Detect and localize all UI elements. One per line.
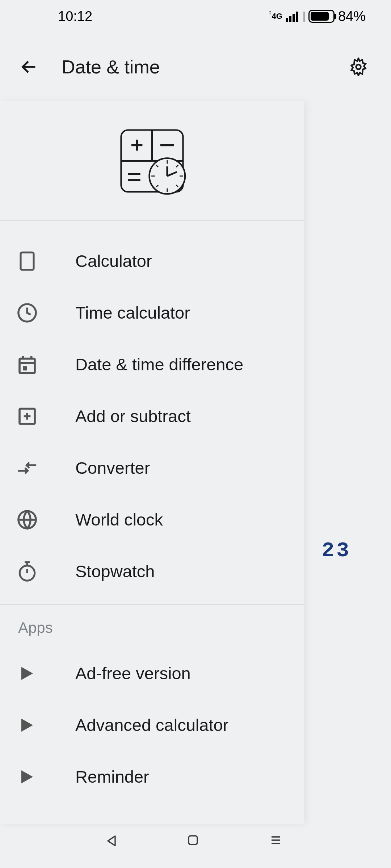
background-value: 23 xyxy=(321,539,351,562)
app-logo-icon xyxy=(118,127,186,195)
drawer-logo xyxy=(0,101,304,221)
settings-button[interactable] xyxy=(348,56,369,78)
drawer-item-label: Time calculator xyxy=(75,303,190,323)
navigation-drawer: Calculator Time calculator xyxy=(0,101,304,824)
apps-section-header: Apps xyxy=(0,605,304,647)
svg-marker-47 xyxy=(108,836,115,846)
drawer-app-adfree[interactable]: Ad-free version xyxy=(0,647,304,699)
nav-recent-button[interactable] xyxy=(269,834,287,852)
status-right: ↕4G 84% xyxy=(269,9,366,24)
battery-indicator: 84% xyxy=(308,9,366,24)
svg-rect-0 xyxy=(286,18,288,22)
drawer-item-label: World clock xyxy=(75,510,163,529)
svg-rect-4 xyxy=(303,12,305,22)
globe-icon xyxy=(17,509,38,530)
svg-point-40 xyxy=(20,565,35,580)
gear-icon xyxy=(349,58,368,76)
plus-box-icon xyxy=(17,406,38,427)
play-triangle-icon xyxy=(17,715,38,736)
drawer-item-label: Date & time difference xyxy=(75,354,243,374)
back-button[interactable] xyxy=(18,56,40,78)
play-triangle-icon xyxy=(17,663,38,684)
drawer-item-label: Converter xyxy=(75,458,150,478)
drawer-item-time-calculator[interactable]: Time calculator xyxy=(0,287,304,339)
svg-rect-32 xyxy=(23,366,27,370)
svg-rect-2 xyxy=(293,14,295,22)
system-navigation-bar xyxy=(0,817,391,868)
swap-arrows-icon xyxy=(17,458,38,478)
signal-icon-secondary xyxy=(302,11,306,22)
page-content: 23 xyxy=(0,101,391,868)
drawer-item-converter[interactable]: Converter xyxy=(0,442,304,494)
arrow-left-icon xyxy=(20,58,38,76)
network-indicator: ↕4G xyxy=(269,12,282,21)
status-bar: 10:12 ↕4G 84% xyxy=(0,0,391,33)
svg-rect-1 xyxy=(289,16,291,22)
battery-percent: 84% xyxy=(338,9,366,24)
svg-rect-48 xyxy=(189,836,197,844)
drawer-item-add-subtract[interactable]: Add or subtract xyxy=(0,390,304,442)
square-home-icon xyxy=(186,834,199,847)
rectangle-portrait-icon xyxy=(17,251,38,272)
drawer-item-label: Add or subtract xyxy=(75,406,191,426)
svg-rect-28 xyxy=(20,358,35,373)
drawer-menu: Calculator Time calculator xyxy=(0,221,304,803)
svg-rect-3 xyxy=(296,12,298,22)
drawer-item-label: Calculator xyxy=(75,251,152,271)
svg-rect-26 xyxy=(21,252,34,270)
calendar-icon xyxy=(17,354,38,375)
drawer-item-stopwatch[interactable]: Stopwatch xyxy=(0,545,304,597)
app-bar: Date & time xyxy=(0,33,391,101)
drawer-item-calculator[interactable]: Calculator xyxy=(0,235,304,287)
triangle-back-icon xyxy=(104,834,119,848)
battery-icon xyxy=(308,10,335,23)
nav-back-button[interactable] xyxy=(104,834,122,852)
drawer-app-reminder[interactable]: Reminder xyxy=(0,751,304,803)
play-triangle-icon xyxy=(17,766,38,787)
svg-marker-45 xyxy=(21,719,33,732)
drawer-item-date-time-difference[interactable]: Date & time difference xyxy=(0,339,304,390)
drawer-item-label: Advanced calculator xyxy=(75,715,228,735)
svg-point-6 xyxy=(356,65,361,69)
drawer-item-label: Ad-free version xyxy=(75,663,191,683)
clock-icon xyxy=(17,302,38,323)
svg-marker-46 xyxy=(21,770,33,783)
menu-lines-icon xyxy=(269,834,283,847)
nav-home-button[interactable] xyxy=(186,834,205,852)
drawer-app-advanced-calculator[interactable]: Advanced calculator xyxy=(0,699,304,751)
svg-marker-44 xyxy=(21,667,33,680)
stopwatch-icon xyxy=(17,561,38,582)
page-title: Date & time xyxy=(62,56,326,78)
drawer-item-world-clock[interactable]: World clock xyxy=(0,494,304,545)
status-time: 10:12 xyxy=(58,9,92,24)
signal-icon xyxy=(286,11,299,22)
drawer-item-label: Reminder xyxy=(75,767,149,787)
drawer-item-label: Stopwatch xyxy=(75,561,155,581)
